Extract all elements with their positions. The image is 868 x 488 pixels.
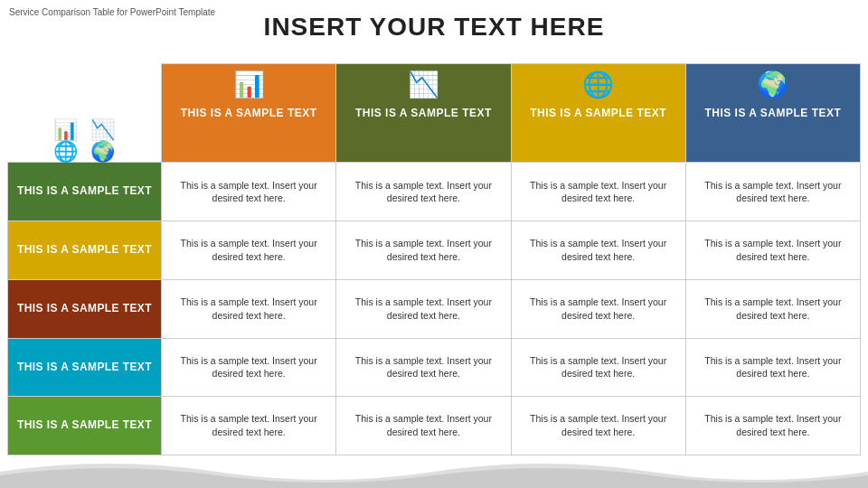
- icon-bar-chart-down: 📉: [85, 120, 120, 140]
- wave-footer: [0, 455, 868, 488]
- col-header-1: 📊 THIS IS A SAMPLE TEXT: [162, 64, 336, 163]
- cell-1-3: This is a sample text. Insert your desir…: [511, 163, 685, 221]
- row-header-5: THIS IS A SAMPLE TEXT: [8, 397, 162, 455]
- table-row: THIS IS A SAMPLE TEXT This is a sample t…: [8, 221, 861, 280]
- cell-3-3: This is a sample text. Insert your desir…: [511, 279, 685, 338]
- table-row: THIS IS A SAMPLE TEXT This is a sample t…: [8, 279, 861, 338]
- cell-4-2: This is a sample text. Insert your desir…: [336, 338, 511, 397]
- cell-3-1: This is a sample text. Insert your desir…: [162, 279, 336, 338]
- cell-1-2: This is a sample text. Insert your desir…: [336, 163, 511, 221]
- col2-icon: 📉: [336, 64, 510, 103]
- cell-5-2: This is a sample text. Insert your desir…: [336, 397, 511, 455]
- cell-5-3: This is a sample text. Insert your desir…: [511, 397, 685, 455]
- row-header-4: THIS IS A SAMPLE TEXT: [8, 338, 162, 397]
- icon-globe2: 🌍: [85, 142, 120, 162]
- cell-3-4: This is a sample text. Insert your desir…: [685, 279, 860, 338]
- row-header-3: THIS IS A SAMPLE TEXT: [8, 279, 162, 338]
- table-row: THIS IS A SAMPLE TEXT This is a sample t…: [8, 163, 861, 221]
- cell-1-4: This is a sample text. Insert your desir…: [685, 163, 860, 221]
- col1-label: THIS IS A SAMPLE TEXT: [162, 103, 335, 128]
- col2-label: THIS IS A SAMPLE TEXT: [336, 103, 510, 128]
- icon-bar-chart: 📊: [48, 120, 83, 140]
- cell-2-3: This is a sample text. Insert your desir…: [511, 221, 685, 280]
- cell-2-2: This is a sample text. Insert your desir…: [336, 221, 511, 280]
- top-left-icons-cell: 📊 📉 🌐 🌍: [8, 64, 162, 163]
- cell-4-4: This is a sample text. Insert your desir…: [685, 338, 860, 397]
- cell-5-4: This is a sample text. Insert your desir…: [685, 397, 860, 455]
- col-header-4: 🌍 THIS IS A SAMPLE TEXT: [685, 64, 860, 163]
- cell-1-1: This is a sample text. Insert your desir…: [162, 163, 336, 221]
- icon-header-row: 📊 📉 🌐 🌍 📊 THIS IS A SAMPLE TEXT 📉 THIS I…: [8, 64, 861, 163]
- cell-2-1: This is a sample text. Insert your desir…: [162, 221, 336, 280]
- row-header-2: THIS IS A SAMPLE TEXT: [8, 221, 162, 280]
- col-header-2: 📉 THIS IS A SAMPLE TEXT: [336, 64, 511, 163]
- row-header-1: THIS IS A SAMPLE TEXT: [8, 163, 162, 221]
- table-area: 📊 📉 🌐 🌍 📊 THIS IS A SAMPLE TEXT 📉 THIS I…: [7, 63, 861, 455]
- page: Service Comparison Table for PowerPoint …: [0, 0, 868, 488]
- icons-grid: 📊 📉 🌐 🌍: [48, 120, 120, 162]
- col4-label: THIS IS A SAMPLE TEXT: [686, 103, 860, 128]
- cell-5-1: This is a sample text. Insert your desir…: [162, 397, 336, 455]
- col-header-3: 🌐 THIS IS A SAMPLE TEXT: [511, 64, 685, 163]
- cell-2-4: This is a sample text. Insert your desir…: [685, 221, 860, 280]
- comparison-table: 📊 📉 🌐 🌍 📊 THIS IS A SAMPLE TEXT 📉 THIS I…: [7, 63, 861, 455]
- cell-4-1: This is a sample text. Insert your desir…: [162, 338, 336, 397]
- table-row: THIS IS A SAMPLE TEXT This is a sample t…: [8, 397, 861, 455]
- col3-label: THIS IS A SAMPLE TEXT: [512, 103, 685, 128]
- col3-icon: 🌐: [512, 64, 685, 103]
- cell-3-2: This is a sample text. Insert your desir…: [336, 279, 511, 338]
- icon-globe1: 🌐: [48, 142, 83, 162]
- table-row: THIS IS A SAMPLE TEXT This is a sample t…: [8, 338, 861, 397]
- col4-icon: 🌍: [686, 64, 860, 103]
- watermark-text: Service Comparison Table for PowerPoint …: [9, 7, 215, 17]
- cell-4-3: This is a sample text. Insert your desir…: [511, 338, 685, 397]
- col1-icon: 📊: [162, 64, 335, 103]
